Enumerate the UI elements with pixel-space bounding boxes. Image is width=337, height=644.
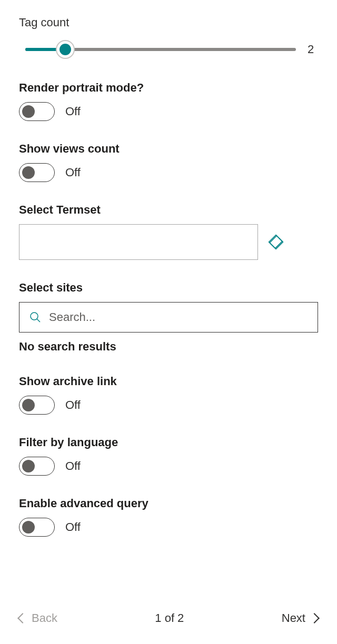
back-label: Back bbox=[32, 611, 57, 625]
portrait-label: Render portrait mode? bbox=[19, 81, 318, 95]
termset-label: Select Termset bbox=[19, 203, 318, 217]
pagination-footer: Back 1 of 2 Next bbox=[19, 611, 318, 625]
search-placeholder: Search... bbox=[49, 310, 95, 324]
next-label: Next bbox=[282, 611, 305, 625]
svg-point-0 bbox=[279, 238, 280, 239]
next-button[interactable]: Next bbox=[282, 611, 318, 625]
language-section: Filter by language Off bbox=[19, 436, 318, 476]
sites-search-input[interactable]: Search... bbox=[19, 302, 318, 333]
termset-section: Select Termset bbox=[19, 203, 318, 260]
portrait-toggle-state: Off bbox=[65, 105, 81, 118]
advanced-label: Enable advanced query bbox=[19, 497, 318, 510]
language-label: Filter by language bbox=[19, 436, 318, 449]
tag-count-slider-row: 2 bbox=[19, 39, 318, 60]
views-label: Show views count bbox=[19, 142, 318, 156]
tag-icon[interactable] bbox=[267, 234, 284, 250]
portrait-toggle[interactable] bbox=[19, 102, 55, 121]
chevron-right-icon bbox=[309, 613, 320, 623]
advanced-section: Enable advanced query Off bbox=[19, 497, 318, 537]
page-indicator: 1 of 2 bbox=[155, 611, 184, 625]
archive-toggle-state: Off bbox=[65, 398, 81, 412]
slider-value: 2 bbox=[308, 43, 318, 56]
archive-section: Show archive link Off bbox=[19, 375, 318, 415]
archive-label: Show archive link bbox=[19, 375, 318, 388]
tag-count-label: Tag count bbox=[19, 16, 318, 29]
svg-point-1 bbox=[31, 313, 38, 320]
portrait-section: Render portrait mode? Off bbox=[19, 81, 318, 121]
search-icon bbox=[29, 311, 42, 324]
views-toggle[interactable] bbox=[19, 163, 55, 182]
views-toggle-state: Off bbox=[65, 166, 81, 179]
svg-line-2 bbox=[37, 319, 40, 322]
sites-label: Select sites bbox=[19, 281, 318, 295]
chevron-left-icon bbox=[17, 613, 28, 623]
archive-toggle[interactable] bbox=[19, 396, 55, 415]
language-toggle-state: Off bbox=[65, 459, 81, 473]
no-search-results: No search results bbox=[19, 340, 318, 354]
views-section: Show views count Off bbox=[19, 142, 318, 182]
advanced-toggle-state: Off bbox=[65, 520, 81, 534]
sites-section: Select sites Search... No search results bbox=[19, 281, 318, 354]
advanced-toggle[interactable] bbox=[19, 518, 55, 537]
back-button[interactable]: Back bbox=[19, 611, 57, 625]
language-toggle[interactable] bbox=[19, 457, 55, 476]
termset-input[interactable] bbox=[19, 224, 258, 260]
slider-thumb[interactable] bbox=[56, 40, 75, 59]
tag-count-section: Tag count 2 bbox=[19, 16, 318, 60]
tag-count-slider[interactable] bbox=[19, 39, 296, 60]
